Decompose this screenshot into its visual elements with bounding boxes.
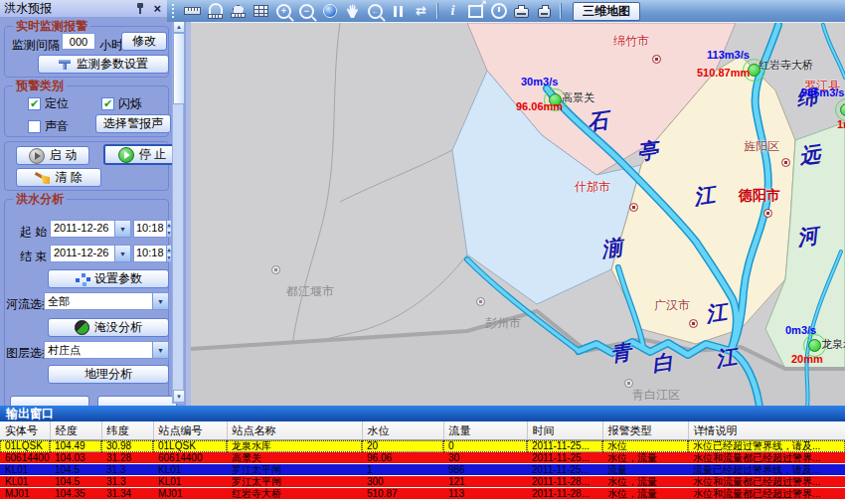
- zoom-previous-icon[interactable]: ←: [364, 1, 387, 21]
- choose-alarm-sound-button[interactable]: 选择警报声: [95, 114, 171, 133]
- table-cell: 高景关: [227, 452, 362, 464]
- spin-down-icon[interactable]: ▼: [167, 229, 172, 237]
- set-params-button[interactable]: 设置参数: [48, 269, 169, 288]
- station-level-value: 1mm: [837, 118, 845, 130]
- geo-analysis-button[interactable]: 地理分析: [48, 365, 169, 384]
- refresh-icon[interactable]: ⇄: [410, 1, 432, 21]
- chevron-down-icon[interactable]: [114, 221, 130, 237]
- stop-button[interactable]: 停 止: [103, 144, 181, 165]
- monitor-params-button[interactable]: 监测参数设置: [38, 55, 169, 74]
- full-extent-icon[interactable]: [318, 1, 341, 21]
- city-dot-icon: [271, 265, 280, 274]
- station-marker[interactable]: [808, 339, 821, 352]
- zoom-in-icon[interactable]: +: [272, 1, 295, 21]
- column-header[interactable]: 经度: [50, 421, 101, 440]
- stop-icon: [118, 147, 134, 163]
- flood-forecast-app: 洪水预报 × 实时监测报警 监测间隔 小时 修改 监测参数设置 预警类别 定位 …: [0, 0, 845, 504]
- table-row[interactable]: MJ01 104.35 31.34 MJ01 红岩寺大桥 510.87 113 …: [0, 488, 845, 500]
- map-view[interactable]: 石 亭 江 湔 江 青 白 江 绵 远 河 绵竹市 什邡市 旌阳区 德阳市 罗江…: [191, 22, 845, 407]
- chevron-down-icon[interactable]: [152, 293, 168, 309]
- scrollbar-thumb[interactable]: [173, 33, 185, 104]
- print-icon[interactable]: [510, 1, 533, 21]
- table-row[interactable]: 01LQSK 104.49 30.98 01LQSK 龙泉水库 20 0 201…: [0, 440, 845, 452]
- close-icon[interactable]: ×: [151, 2, 163, 15]
- table-cell: 水位和流量都已经超过警界...: [688, 476, 845, 488]
- measure-area-icon[interactable]: [227, 1, 250, 21]
- modify-button[interactable]: 修改: [121, 32, 167, 51]
- spin-down-icon[interactable]: ▼: [167, 253, 172, 261]
- partial-button-left[interactable]: [10, 396, 89, 406]
- layer-select-combo[interactable]: 村庄点: [44, 341, 169, 359]
- measure-distance-icon[interactable]: [204, 1, 227, 21]
- play-icon: [29, 148, 45, 164]
- end-date-combo[interactable]: 2011-12-26: [50, 245, 131, 262]
- zoom-out-icon[interactable]: −: [295, 1, 318, 21]
- spin-up-icon[interactable]: ▲: [167, 221, 172, 229]
- toolbar-grip[interactable]: [171, 3, 175, 19]
- pin-icon[interactable]: [135, 2, 145, 15]
- ruler-icon[interactable]: [181, 1, 204, 21]
- info-icon[interactable]: i: [441, 1, 464, 21]
- table-cell: 300: [362, 476, 443, 488]
- alarm-table: 实体号 经度 纬度 站点编号 站点名称 水位 流量 时间 报警类型 详情说明 0…: [0, 421, 845, 500]
- sidebar-scrollbar[interactable]: ▲ ▼: [172, 19, 184, 404]
- column-header[interactable]: 报警类型: [602, 421, 688, 440]
- pause-icon[interactable]: [387, 1, 410, 21]
- table-cell: 2011-11-25...: [527, 464, 602, 476]
- column-header[interactable]: 时间: [527, 421, 602, 440]
- locate-checkbox-icon[interactable]: [28, 97, 41, 110]
- toolbar-separator: [560, 3, 561, 19]
- scroll-down-icon[interactable]: ▼: [173, 390, 185, 403]
- chevron-down-icon[interactable]: [152, 342, 168, 358]
- grid-icon[interactable]: [250, 1, 272, 21]
- start-date-combo[interactable]: 2011-12-26: [50, 220, 131, 238]
- chevron-down-icon[interactable]: [114, 246, 130, 261]
- table-cell: 1: [362, 464, 443, 476]
- table-cell: 60614400: [153, 452, 227, 464]
- table-cell: 水位和流量都已经超过警界...: [688, 452, 845, 464]
- pan-hand-icon[interactable]: [341, 1, 364, 21]
- table-cell: 510.87: [362, 488, 443, 500]
- table-cell: 60614400: [0, 452, 50, 464]
- broom-icon: [35, 171, 50, 184]
- start-time-spinner[interactable]: 10:18 ▲▼: [133, 220, 169, 238]
- table-cell: KL01: [153, 476, 227, 488]
- column-header[interactable]: 实体号: [0, 421, 50, 440]
- station-flow-value: 986m3/s: [801, 86, 844, 98]
- station-flow-value: 30m3/s: [521, 76, 558, 87]
- column-header[interactable]: 站点名称: [227, 421, 362, 440]
- sidebar: 洪水预报 × 实时监测报警 监测间隔 小时 修改 监测参数设置 预警类别 定位 …: [0, 0, 185, 406]
- clear-button[interactable]: 清 除: [16, 168, 101, 187]
- start-button[interactable]: 启 动: [16, 146, 89, 165]
- flood-analysis-button[interactable]: 淹没分析: [48, 318, 169, 337]
- group-analysis-title: 洪水分析: [13, 192, 67, 206]
- column-header[interactable]: 水位: [362, 421, 443, 440]
- table-cell: 01LQSK: [153, 440, 227, 452]
- checkbox-flash[interactable]: 闪烁: [101, 95, 142, 112]
- checkbox-sound[interactable]: 声音: [28, 118, 69, 135]
- history-clock-icon[interactable]: [487, 1, 510, 21]
- print-preview-icon[interactable]: [533, 1, 556, 21]
- table-cell: 流量: [602, 464, 688, 476]
- table-row[interactable]: KL01 104.5 31.3 KL01 罗江太平闸 300 121 2011-…: [0, 476, 845, 488]
- partial-button-right[interactable]: [97, 396, 177, 406]
- river-select-combo[interactable]: 全部: [44, 292, 169, 310]
- station-marker[interactable]: [840, 103, 845, 116]
- column-header[interactable]: 详情说明: [688, 421, 845, 440]
- table-cell: 104.49: [50, 440, 101, 452]
- map-3d-button[interactable]: 三维地图: [573, 2, 640, 21]
- column-header[interactable]: 流量: [443, 421, 527, 440]
- spin-up-icon[interactable]: ▲: [167, 246, 172, 253]
- checkbox-locate[interactable]: 定位: [28, 95, 69, 112]
- table-row[interactable]: KL01 104.5 31.3 KL01 罗江太平闸 1 986 2011-11…: [0, 464, 845, 476]
- column-header[interactable]: 站点编号: [153, 421, 227, 440]
- flash-checkbox-icon[interactable]: [101, 97, 114, 110]
- end-time-spinner[interactable]: 10:18 ▲▼: [133, 245, 169, 262]
- city-dot-icon: [689, 319, 698, 328]
- interval-input[interactable]: [62, 33, 95, 50]
- interval-label: 监测间隔: [12, 37, 60, 54]
- sound-checkbox-icon[interactable]: [28, 120, 41, 133]
- export-icon[interactable]: [464, 1, 487, 21]
- column-header[interactable]: 纬度: [101, 421, 153, 440]
- table-row[interactable]: 60614400 104.03 31.28 60614400 高景关 96.06…: [0, 452, 845, 464]
